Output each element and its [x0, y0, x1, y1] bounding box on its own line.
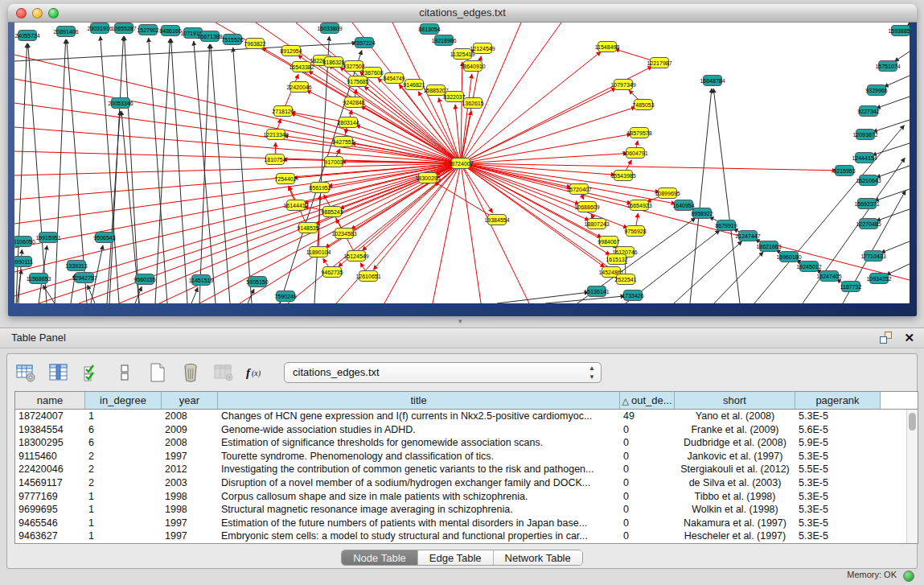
- graph-node[interactable]: 25106050: [14, 237, 35, 247]
- graph-edge-red[interactable]: [461, 163, 836, 171]
- table-cell-short[interactable]: Yano et al. (2008): [675, 410, 795, 423]
- tab-node-table[interactable]: Node Table: [342, 550, 418, 565]
- graph-edge-red[interactable]: [461, 88, 616, 163]
- graph-node[interactable]: 8813054: [418, 24, 440, 35]
- table-cell-out_degree[interactable]: 0: [620, 423, 675, 437]
- graph-node[interactable]: 16654923: [626, 200, 651, 211]
- graph-node[interactable]: 8215953: [833, 166, 855, 176]
- graph-node[interactable]: 19384554: [484, 215, 509, 225]
- table-cell-short[interactable]: Wolkin et al. (1998): [675, 503, 795, 517]
- graph-node[interactable]: 23031916: [87, 23, 112, 34]
- table-cell-year[interactable]: 1997: [162, 517, 218, 530]
- graph-node[interactable]: 15751074: [875, 61, 900, 72]
- graph-node[interactable]: 15124549: [343, 251, 368, 262]
- table-cell-name[interactable]: 18300295: [15, 436, 85, 450]
- graph-node[interactable]: 2803144: [337, 117, 359, 128]
- network-window-titlebar[interactable]: citations_edges.txt: [8, 4, 917, 23]
- table-cell-in_degree[interactable]: 2: [85, 463, 162, 476]
- graph-node[interactable]: 8912954: [280, 46, 302, 56]
- table-cell-pagerank[interactable]: 5.3E-5: [795, 490, 881, 504]
- table-row[interactable]: 1830029562008Estimation of significance …: [15, 436, 906, 450]
- graph-node[interactable]: 15136141: [584, 286, 609, 297]
- graph-node[interactable]: 12217987: [647, 58, 671, 68]
- graph-edge-black[interactable]: [873, 143, 910, 155]
- graph-node[interactable]: 22420046: [286, 82, 311, 93]
- zoom-window-button[interactable]: [48, 8, 59, 19]
- graph-node[interactable]: 7485053: [632, 100, 654, 110]
- graph-node[interactable]: 12093872: [852, 130, 877, 140]
- table-row[interactable]: 911546021997Tourette syndrome. Phenomeno…: [15, 450, 906, 463]
- graph-edge-black[interactable]: [876, 97, 910, 109]
- graph-edge-black[interactable]: [876, 209, 910, 221]
- graph-node[interactable]: 19245012: [796, 262, 821, 272]
- graph-node[interactable]: 2718120: [272, 106, 294, 117]
- graph-node[interactable]: 21247447: [735, 231, 760, 241]
- graph-node[interactable]: 9560155: [133, 274, 155, 285]
- table-cell-out_degree[interactable]: 0: [620, 503, 675, 517]
- graph-node[interactable]: 15938858: [888, 26, 910, 36]
- table-cell-title[interactable]: Disruption of a novel member of a sodium…: [218, 476, 620, 490]
- graph-node[interactable]: 1640954: [672, 200, 694, 211]
- graph-node[interactable]: 11890104: [306, 247, 331, 257]
- column-header-short[interactable]: short: [675, 392, 795, 409]
- table-cell-in_degree[interactable]: 6: [85, 436, 162, 450]
- column-header-out_degree[interactable]: △out_de...: [620, 392, 675, 409]
- table-cell-year[interactable]: 2009: [162, 423, 218, 437]
- table-row[interactable]: 969969511998Structural magnetic resonanc…: [15, 503, 906, 517]
- table-cell-name[interactable]: 19384554: [15, 423, 85, 437]
- memory-status-indicator[interactable]: [903, 571, 914, 582]
- table-cell-title[interactable]: Estimation of the future numbers of pati…: [218, 517, 620, 530]
- graph-node[interactable]: 9427552: [332, 137, 354, 147]
- float-panel-icon[interactable]: [880, 332, 893, 344]
- graph-node[interactable]: 1527902: [137, 25, 158, 35]
- graph-node[interactable]: 9462735: [321, 267, 343, 278]
- scrollbar-thumb[interactable]: [909, 413, 916, 431]
- new-table-icon[interactable]: [146, 360, 170, 385]
- table-cell-out_degree[interactable]: 0: [620, 436, 675, 450]
- graph-node[interactable]: 1810754: [264, 154, 285, 165]
- graph-edge-black[interactable]: [545, 296, 625, 303]
- table-cell-pagerank[interactable]: 5.5E-5: [795, 463, 881, 476]
- column-header-title[interactable]: title: [218, 392, 620, 409]
- graph-node[interactable]: 8186328: [322, 57, 344, 68]
- graph-node[interactable]: 9756928: [624, 226, 646, 237]
- graph-edge-black[interactable]: [874, 189, 910, 201]
- table-cell-name[interactable]: 9463627: [15, 529, 85, 543]
- graph-node[interactable]: 15692371: [854, 199, 879, 209]
- table-row[interactable]: 1456911722003Disruption of a novel membe…: [15, 476, 906, 490]
- table-row[interactable]: 946362711997Embryonic stem cells: a mode…: [15, 529, 906, 543]
- table-cell-name[interactable]: 9465546: [15, 517, 85, 530]
- function-builder-icon[interactable]: f(x): [244, 360, 269, 385]
- table-row[interactable]: 1938455462009Genome-wide association stu…: [15, 423, 906, 437]
- table-cell-title[interactable]: Corpus callosum shape and size in male p…: [218, 490, 620, 504]
- graph-edge-red[interactable]: [461, 56, 481, 163]
- table-cell-pagerank[interactable]: 5.9E-5: [795, 436, 881, 450]
- table-cell-in_degree[interactable]: 1: [85, 490, 162, 504]
- table-cell-year[interactable]: 1997: [162, 529, 218, 543]
- graph-node[interactable]: 18640910: [460, 61, 485, 72]
- table-cell-title[interactable]: Embryonic stem cells: a model to study s…: [218, 529, 620, 543]
- table-cell-out_degree[interactable]: 0: [620, 463, 675, 476]
- table-cell-year[interactable]: 1998: [162, 503, 218, 517]
- minimize-window-button[interactable]: [32, 8, 43, 19]
- graph-edge-red[interactable]: [384, 163, 461, 303]
- graph-edge-black[interactable]: [497, 292, 589, 303]
- graph-node[interactable]: 12124549: [470, 43, 495, 54]
- table-cell-pagerank[interactable]: 5.3E-5: [795, 476, 881, 490]
- graph-edge-black[interactable]: [876, 166, 910, 178]
- graph-node[interactable]: 11451519: [189, 275, 214, 286]
- graph-node[interactable]: 20891406: [53, 27, 78, 37]
- graph-node[interactable]: 1339313: [65, 261, 87, 271]
- graph-node[interactable]: 9175685: [347, 76, 368, 87]
- table-cell-year[interactable]: 2012: [162, 463, 218, 476]
- graph-edge-red[interactable]: [461, 134, 631, 163]
- graph-node[interactable]: 24055724: [14, 31, 39, 41]
- panel-splitter-handle[interactable]: ▾: [458, 318, 466, 325]
- table-cell-name[interactable]: 22420046: [15, 463, 85, 476]
- graph-node[interactable]: 10797349: [610, 80, 635, 90]
- graph-edge-red[interactable]: [461, 62, 462, 163]
- graph-edge-black[interactable]: [674, 241, 742, 303]
- table-cell-name[interactable]: 9699695: [15, 503, 85, 517]
- graph-node[interactable]: 8679919: [715, 220, 737, 231]
- table-row[interactable]: 2242004622012Investigating the contribut…: [15, 463, 906, 476]
